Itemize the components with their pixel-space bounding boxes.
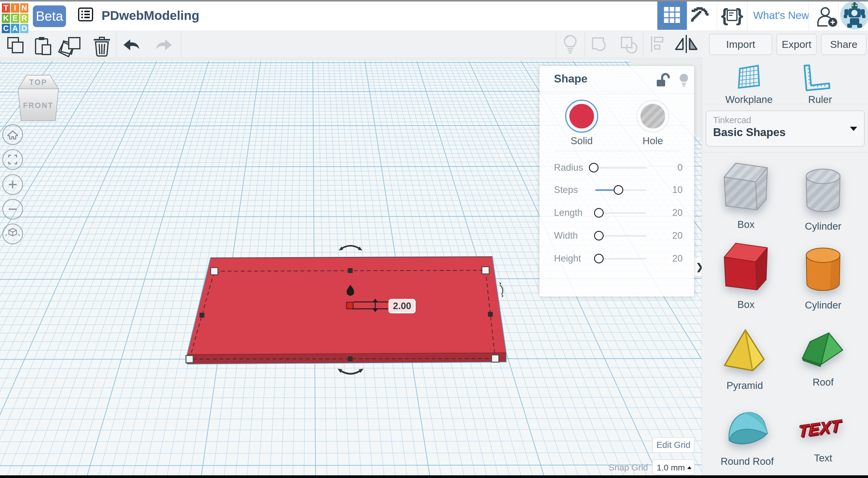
svg-text:FRONT: FRONT bbox=[23, 101, 53, 109]
svg-text:2.00: 2.00 bbox=[393, 301, 411, 311]
svg-text:TOP: TOP bbox=[29, 78, 47, 87]
svg-text:TEXT: TEXT bbox=[797, 416, 843, 441]
